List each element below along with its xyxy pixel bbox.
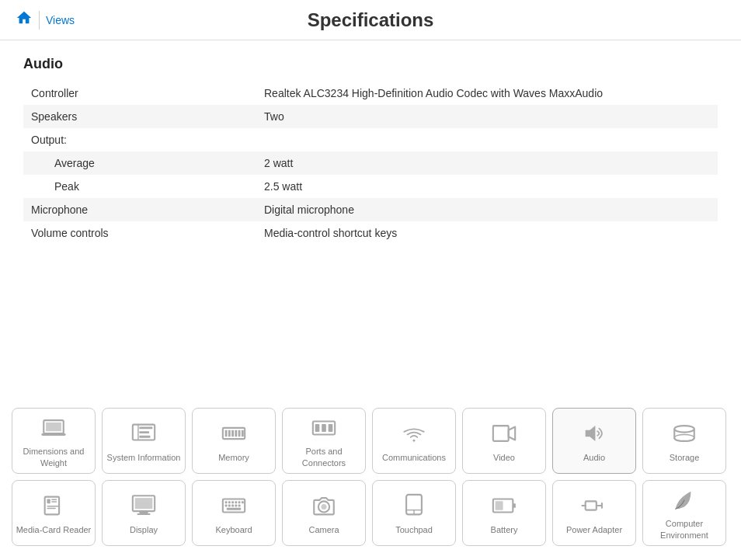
svg-rect-31 bbox=[47, 508, 56, 509]
svg-rect-1 bbox=[46, 423, 61, 431]
spec-label: Average bbox=[23, 151, 256, 175]
nav-label-camera: Camera bbox=[308, 524, 339, 535]
mediacard-icon bbox=[38, 492, 69, 520]
nav-label-memory: Memory bbox=[218, 452, 249, 463]
views-link[interactable]: Views bbox=[46, 14, 75, 26]
nav-item-system-info[interactable]: System Information bbox=[102, 408, 186, 474]
keyboard-icon bbox=[218, 492, 249, 520]
touchpad-icon bbox=[398, 492, 430, 520]
svg-rect-5 bbox=[139, 427, 152, 430]
svg-rect-45 bbox=[231, 505, 234, 507]
spec-label: Output: bbox=[23, 128, 256, 151]
svg-point-50 bbox=[321, 504, 326, 510]
svg-rect-11 bbox=[231, 430, 234, 437]
battery-icon bbox=[489, 492, 520, 520]
storage-icon bbox=[669, 419, 700, 447]
svg-point-25 bbox=[674, 435, 694, 442]
spec-label: Volume controls bbox=[23, 221, 256, 245]
nav-item-audio[interactable]: Audio bbox=[552, 408, 636, 474]
svg-rect-12 bbox=[235, 430, 237, 437]
svg-point-19 bbox=[413, 440, 416, 442]
nav-label-audio: Audio bbox=[583, 452, 605, 463]
memory-icon bbox=[218, 419, 249, 447]
svg-rect-29 bbox=[51, 502, 57, 503]
video-icon bbox=[489, 419, 520, 447]
spec-label: Speakers bbox=[23, 105, 256, 128]
svg-rect-30 bbox=[47, 506, 60, 506]
wifi-icon bbox=[398, 419, 430, 447]
nav-item-dimensions[interactable]: Dimensions and Weight bbox=[12, 408, 96, 474]
leaf-icon bbox=[669, 487, 700, 513]
svg-point-24 bbox=[674, 426, 694, 433]
nav-row-1: Dimensions and WeightSystem InformationM… bbox=[12, 408, 729, 474]
svg-rect-57 bbox=[586, 502, 597, 510]
spec-label: Peak bbox=[23, 175, 256, 198]
home-icon[interactable] bbox=[16, 9, 33, 30]
svg-rect-10 bbox=[228, 430, 231, 437]
svg-rect-44 bbox=[228, 505, 231, 507]
audio-icon bbox=[579, 419, 610, 447]
spec-label: Controller bbox=[23, 82, 256, 105]
poweradapter-icon bbox=[579, 492, 610, 520]
nav-item-keyboard[interactable]: Keyboard bbox=[192, 480, 276, 546]
nav-label-display: Display bbox=[130, 524, 158, 535]
spec-label: Microphone bbox=[23, 198, 256, 221]
svg-marker-23 bbox=[586, 426, 596, 441]
nav-item-battery[interactable]: Battery bbox=[462, 480, 546, 546]
svg-rect-43 bbox=[225, 505, 228, 507]
nav-item-power-adapter[interactable]: Power Adapter bbox=[552, 480, 636, 546]
nav-item-memory[interactable]: Memory bbox=[192, 408, 276, 474]
svg-marker-21 bbox=[509, 427, 516, 440]
nav-label-system-info: System Information bbox=[107, 452, 181, 463]
svg-rect-42 bbox=[242, 502, 244, 504]
svg-rect-41 bbox=[238, 502, 241, 504]
system-icon bbox=[128, 419, 159, 447]
nav-item-computer-env[interactable]: Computer Environment bbox=[642, 480, 726, 546]
svg-rect-33 bbox=[135, 498, 153, 509]
nav-item-media-card[interactable]: Media-Card Reader bbox=[12, 480, 96, 546]
nav-item-ports[interactable]: Ports and Connectors bbox=[282, 408, 366, 474]
nav-item-communications[interactable]: Communications bbox=[372, 408, 456, 474]
svg-rect-40 bbox=[235, 502, 237, 504]
main-content: Audio ControllerRealtek ALC3234 High-Def… bbox=[0, 40, 741, 260]
svg-rect-7 bbox=[139, 436, 150, 438]
nav-label-ports: Ports and Connectors bbox=[286, 446, 362, 468]
svg-rect-47 bbox=[238, 505, 241, 507]
spec-value: Two bbox=[256, 105, 718, 128]
page-title: Specifications bbox=[308, 9, 434, 31]
nav-item-display[interactable]: Display bbox=[102, 480, 186, 546]
nav-item-camera[interactable]: Camera bbox=[282, 480, 366, 546]
spec-value: 2.5 watt bbox=[256, 175, 718, 198]
spec-value: Digital microphone bbox=[256, 198, 718, 221]
svg-rect-38 bbox=[228, 502, 231, 504]
camera-icon bbox=[308, 492, 339, 520]
svg-rect-39 bbox=[231, 502, 234, 504]
nav-item-storage[interactable]: Storage bbox=[642, 408, 726, 474]
laptop-icon bbox=[38, 415, 69, 441]
spec-value bbox=[256, 128, 718, 151]
header-divider bbox=[39, 11, 40, 30]
svg-rect-17 bbox=[322, 424, 326, 432]
svg-rect-28 bbox=[51, 499, 57, 500]
svg-rect-34 bbox=[139, 511, 148, 513]
nav-item-video[interactable]: Video bbox=[462, 408, 546, 474]
display-icon bbox=[128, 492, 159, 520]
bottom-nav: Dimensions and WeightSystem InformationM… bbox=[0, 400, 741, 560]
spec-value: Media-control shortcut keys bbox=[256, 221, 718, 245]
ports-icon bbox=[308, 415, 339, 441]
svg-rect-55 bbox=[513, 504, 516, 509]
svg-rect-6 bbox=[139, 432, 149, 434]
svg-rect-46 bbox=[235, 505, 237, 507]
nav-label-computer-env: Computer Environment bbox=[646, 518, 722, 541]
svg-rect-35 bbox=[137, 513, 151, 515]
header: Views Specifications bbox=[0, 0, 741, 40]
svg-rect-20 bbox=[493, 426, 509, 441]
nav-row-2: Media-Card ReaderDisplayKeyboardCameraTo… bbox=[12, 480, 729, 546]
nav-label-communications: Communications bbox=[382, 452, 446, 463]
svg-rect-37 bbox=[225, 502, 228, 504]
nav-label-battery: Battery bbox=[491, 524, 518, 535]
svg-rect-14 bbox=[242, 430, 244, 437]
nav-label-touchpad: Touchpad bbox=[395, 524, 433, 535]
spec-value: Realtek ALC3234 High-Definition Audio Co… bbox=[256, 82, 718, 105]
nav-item-touchpad[interactable]: Touchpad bbox=[372, 480, 456, 546]
